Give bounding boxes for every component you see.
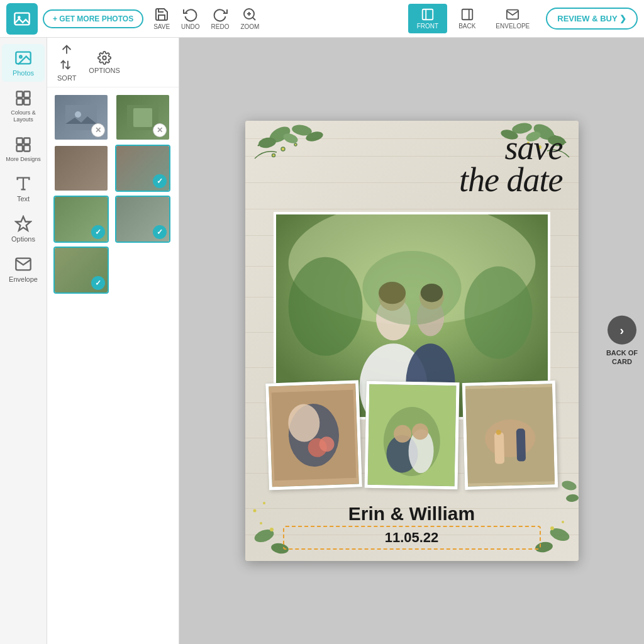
svg-rect-13	[24, 92, 30, 97]
bottom-photo-3[interactable]	[462, 380, 557, 490]
card-design[interactable]: save the date	[245, 121, 579, 561]
photo-thumb-4[interactable]: ✓	[115, 145, 170, 192]
couple-names: Erin & William	[245, 503, 579, 525]
svg-rect-88	[494, 432, 504, 464]
back-view-button[interactable]: BACK	[450, 4, 484, 33]
svg-rect-6	[423, 9, 433, 20]
svg-point-70	[288, 257, 362, 356]
photos-app-icon	[6, 3, 38, 35]
sidebar-item-envelope[interactable]: Envelope	[2, 250, 45, 288]
svg-rect-0	[14, 13, 29, 25]
photo-thumb-2[interactable]: ✕	[115, 94, 170, 141]
bottom-photos	[267, 382, 557, 489]
sidebar-item-text[interactable]: Text	[2, 170, 45, 208]
svg-rect-18	[17, 145, 23, 151]
svg-point-27	[103, 56, 106, 60]
front-view-button[interactable]: FRONT	[408, 4, 447, 33]
svg-point-71	[464, 266, 532, 358]
svg-rect-15	[24, 99, 30, 104]
svg-rect-16	[17, 138, 23, 143]
photo-thumb-3[interactable]	[53, 145, 109, 192]
undo-button[interactable]: UNDO	[181, 7, 199, 30]
photos-grid: ✕ ✕ ✓	[47, 87, 179, 300]
svg-rect-19	[24, 145, 30, 151]
redo-button[interactable]: REDO	[211, 7, 230, 30]
photo-thumb-7[interactable]: ✓	[53, 247, 109, 294]
envelope-view-button[interactable]: ENVELOPE	[487, 4, 538, 33]
review-buy-button[interactable]: REVIEW & BUY ❯	[546, 8, 638, 30]
svg-rect-17	[24, 138, 30, 143]
main-content: Photos Colours & Layouts More Designs	[0, 38, 644, 644]
toolbar-left: + GET MORE PHOTOS	[6, 3, 143, 35]
svg-marker-22	[16, 216, 30, 230]
view-buttons: FRONT BACK ENVELOPE REVIEW & BUY ❯	[408, 4, 638, 33]
svg-point-11	[19, 56, 22, 58]
photo-badge-cross-2: ✕	[153, 123, 167, 137]
svg-rect-89	[516, 428, 525, 461]
next-arrow-circle: ›	[608, 316, 636, 345]
sidebar-item-options[interactable]: Options	[2, 210, 45, 248]
svg-line-3	[253, 18, 255, 20]
back-of-card-button[interactable]: › BACK OF CARD	[606, 316, 638, 367]
svg-point-29	[75, 111, 81, 118]
svg-rect-14	[17, 99, 23, 104]
panel-toolbar: SORT OPTIONS	[47, 38, 179, 87]
canvas-area: save the date	[179, 38, 644, 644]
sidebar-item-more-designs[interactable]: More Designs	[2, 131, 45, 167]
svg-rect-31	[133, 108, 152, 127]
back-of-card-label: BACK OF CARD	[606, 348, 638, 367]
save-date-text: save the date	[459, 130, 562, 199]
bottom-photo-1[interactable]	[265, 380, 362, 490]
sort-button[interactable]: SORT	[57, 43, 76, 82]
zoom-button[interactable]: ZOOM	[240, 7, 259, 30]
save-button[interactable]: SAVE	[153, 7, 170, 30]
get-more-photos-button[interactable]: + GET MORE PHOTOS	[43, 9, 143, 28]
photo-badge-check-4: ✓	[153, 174, 167, 188]
toolbar: + GET MORE PHOTOS SAVE UNDO REDO	[0, 0, 644, 38]
sidebar-item-photos[interactable]: Photos	[2, 44, 45, 82]
photo-badge-cross-1: ✕	[91, 123, 105, 137]
date-box: 11.05.22	[283, 526, 541, 550]
photo-badge-check-6: ✓	[153, 225, 167, 239]
sidebar-item-colours-layouts[interactable]: Colours & Layouts	[2, 84, 45, 128]
svg-rect-8	[462, 9, 472, 20]
sidebar-nav: Photos Colours & Layouts More Designs	[0, 38, 47, 644]
photo-thumb-6[interactable]: ✓	[115, 196, 170, 243]
photo-thumb-1[interactable]: ✕	[53, 94, 109, 141]
options-button[interactable]: OPTIONS	[89, 51, 120, 74]
photos-panel: SORT OPTIONS ✕	[47, 38, 179, 644]
toolbar-actions: SAVE UNDO REDO ZOOM	[153, 7, 406, 30]
photo-badge-check-7: ✓	[91, 276, 105, 290]
photo-thumb-5[interactable]: ✓	[53, 196, 109, 243]
date-dashed-border: 11.05.22	[283, 526, 541, 550]
bottom-photo-2[interactable]	[364, 381, 459, 490]
svg-rect-12	[17, 92, 23, 97]
svg-point-72	[362, 251, 461, 325]
card-date: 11.05.22	[284, 530, 540, 546]
photo-badge-check-5: ✓	[91, 225, 105, 239]
